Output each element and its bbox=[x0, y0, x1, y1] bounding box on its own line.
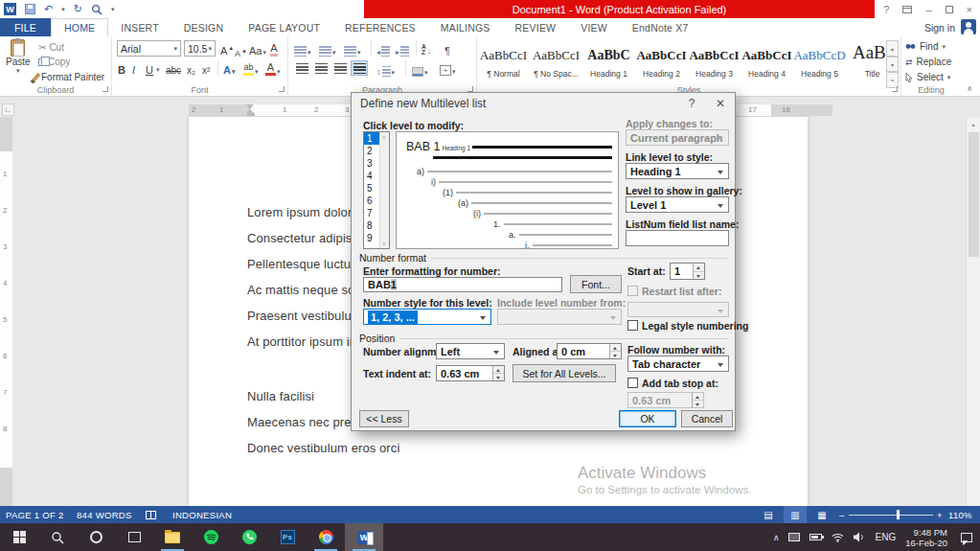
tab-endnote[interactable]: EndNote X7 bbox=[620, 18, 701, 36]
font-color-button[interactable]: A▾ bbox=[265, 60, 281, 76]
level-item[interactable]: 5 bbox=[364, 182, 379, 195]
volume-icon[interactable] bbox=[854, 532, 865, 542]
taskbar-search-button[interactable] bbox=[38, 523, 77, 551]
style-heading-3[interactable]: AaBbCcIHeading 3 bbox=[688, 40, 741, 90]
decrease-indent-button[interactable]: ◂ bbox=[376, 41, 390, 57]
less-button[interactable]: << Less bbox=[359, 410, 409, 427]
customize-qat-icon[interactable]: ▾ bbox=[111, 6, 115, 13]
cut-button[interactable]: ✂Cut bbox=[38, 42, 64, 53]
aligned-at-spinner[interactable]: 0 cm bbox=[557, 343, 622, 359]
tab-references[interactable]: REFERENCES bbox=[332, 18, 428, 36]
link-style-dropdown[interactable]: Heading 1 bbox=[626, 163, 729, 179]
scrollbar-thumb[interactable] bbox=[969, 132, 979, 257]
numbering-button[interactable]: ▾ bbox=[319, 41, 336, 57]
underline-dropdown-icon[interactable]: ▾ bbox=[156, 66, 160, 74]
spin-up-icon[interactable] bbox=[493, 366, 504, 373]
justify-button[interactable] bbox=[351, 60, 368, 76]
spotify-button[interactable] bbox=[192, 523, 230, 551]
number-alignment-dropdown[interactable]: Left bbox=[436, 343, 505, 359]
start-at-spinner[interactable]: 1 bbox=[670, 263, 705, 280]
file-explorer-button[interactable] bbox=[153, 523, 192, 551]
level-list-scrollbar[interactable]: ∧∨ bbox=[379, 132, 389, 248]
repeat-icon[interactable]: ↻ bbox=[74, 1, 82, 17]
listnum-input[interactable] bbox=[626, 230, 729, 246]
collapse-ribbon-icon[interactable]: ∧ bbox=[967, 84, 972, 93]
clipboard-dialog-launcher-icon[interactable] bbox=[103, 86, 108, 92]
bold-button[interactable]: B bbox=[118, 60, 125, 76]
dialog-help-button[interactable]: ? bbox=[677, 93, 706, 114]
style-normal[interactable]: AaBbCcI¶ Normal bbox=[477, 40, 530, 90]
cancel-button[interactable]: Cancel bbox=[681, 410, 733, 427]
highlight-button[interactable]: ab▾ bbox=[243, 60, 259, 76]
tab-review[interactable]: REVIEW bbox=[503, 18, 569, 36]
align-right-button[interactable] bbox=[331, 60, 349, 76]
level-item[interactable]: 4 bbox=[364, 170, 379, 182]
clock[interactable]: 9:48 PM16-Feb-20 bbox=[905, 527, 947, 548]
level-item[interactable]: 2 bbox=[364, 145, 379, 157]
zoom-in-button[interactable]: + bbox=[937, 506, 943, 523]
ribbon-display-options-icon[interactable] bbox=[902, 6, 912, 13]
zoom-out-button[interactable]: – bbox=[839, 506, 845, 523]
action-center-icon[interactable] bbox=[961, 533, 972, 542]
spin-up-icon[interactable] bbox=[610, 344, 621, 351]
shading-button[interactable]: ▾ bbox=[412, 61, 428, 77]
photoshop-button[interactable]: Ps bbox=[268, 523, 307, 551]
document-line[interactable]: Lorem ipsum dolor bbox=[247, 205, 352, 219]
print-preview-icon[interactable] bbox=[91, 4, 103, 15]
web-layout-button[interactable]: ▦ bbox=[810, 506, 833, 523]
level-item[interactable]: 9 bbox=[364, 232, 379, 244]
align-center-button[interactable] bbox=[312, 60, 330, 76]
gallery-level-dropdown[interactable]: Level 1 bbox=[626, 196, 729, 213]
battery-icon[interactable] bbox=[809, 534, 822, 540]
text-effects-button[interactable]: A▾ bbox=[223, 60, 235, 76]
ok-button[interactable]: OK bbox=[619, 410, 676, 427]
tab-view[interactable]: VIEW bbox=[568, 18, 620, 36]
shrink-font-button[interactable]: A▼ bbox=[235, 43, 247, 58]
minimize-button[interactable]: – bbox=[925, 4, 931, 15]
document-line[interactable]: Donec vestibulum eros orci bbox=[247, 441, 399, 455]
underline-button[interactable]: U bbox=[146, 60, 153, 76]
style-no-spacing[interactable]: AaBbCcI¶ No Spac... bbox=[530, 40, 582, 90]
read-mode-button[interactable]: ▤ bbox=[757, 506, 780, 523]
styles-dialog-launcher-icon[interactable] bbox=[892, 86, 898, 92]
select-button[interactable]: Select▾ bbox=[905, 72, 950, 82]
document-line[interactable]: Maecenas nec pret bbox=[247, 415, 354, 429]
borders-button[interactable]: +▾ bbox=[440, 60, 456, 76]
number-format-input[interactable]: BAB 1 bbox=[363, 277, 562, 292]
zoom-slider[interactable] bbox=[849, 515, 933, 516]
start-button[interactable] bbox=[0, 523, 38, 551]
indent-markers[interactable] bbox=[246, 104, 255, 116]
show-marks-button[interactable]: ¶ bbox=[444, 41, 450, 57]
tab-design[interactable]: DESIGN bbox=[171, 18, 236, 36]
font-button[interactable]: Font... bbox=[570, 275, 622, 293]
paste-button[interactable]: Paste ▾ bbox=[6, 39, 31, 75]
follow-number-dropdown[interactable]: Tab character bbox=[627, 356, 729, 372]
display-icon[interactable] bbox=[788, 533, 800, 541]
print-layout-button[interactable]: ▥ bbox=[784, 506, 807, 523]
sort-button[interactable]: AZ↓ bbox=[422, 40, 431, 56]
zoom-percentage[interactable]: 110% bbox=[948, 506, 972, 523]
font-size-combo[interactable]: 10.5▾ bbox=[184, 40, 216, 57]
paste-dropdown-icon[interactable]: ▾ bbox=[16, 67, 20, 75]
proofing-status[interactable] bbox=[146, 506, 156, 523]
undo-dropdown-icon[interactable]: ▾ bbox=[61, 6, 65, 13]
dialog-title-bar[interactable]: Define new Multilevel list ? ✕ bbox=[352, 93, 735, 114]
level-listbox[interactable]: 1 2 3 4 5 6 7 8 9 ∧∨ bbox=[363, 131, 390, 249]
text-indent-spinner[interactable]: 0.63 cm bbox=[436, 365, 505, 381]
format-painter-button[interactable]: Format Painter bbox=[34, 72, 104, 82]
replace-button[interactable]: ⇄Replace bbox=[905, 57, 951, 67]
document-line[interactable]: Consectetur adipisc bbox=[247, 231, 358, 245]
set-all-levels-button[interactable]: Set for All Levels... bbox=[513, 364, 616, 382]
styles-gallery-scroll[interactable]: ▴▾= bbox=[886, 40, 899, 88]
tab-file[interactable]: FILE bbox=[0, 18, 51, 36]
level-item[interactable]: 6 bbox=[364, 195, 379, 207]
tab-selector[interactable]: ∟ bbox=[2, 103, 14, 116]
level-item[interactable]: 1 bbox=[364, 132, 379, 145]
font-name-combo[interactable]: Arial▾ bbox=[117, 40, 181, 57]
restore-button[interactable] bbox=[946, 6, 953, 13]
undo-icon[interactable]: ↶ bbox=[44, 1, 53, 17]
cortana-button[interactable] bbox=[77, 523, 115, 551]
level-item[interactable]: 8 bbox=[364, 219, 379, 232]
align-left-button[interactable] bbox=[293, 60, 310, 76]
input-language[interactable]: ENG bbox=[875, 532, 896, 542]
